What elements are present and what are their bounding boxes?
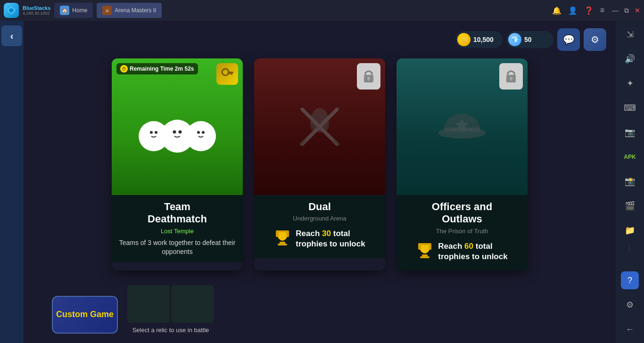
more-dots[interactable]: ··· xyxy=(626,246,634,253)
tab-home[interactable]: 🏠 Home xyxy=(54,3,93,18)
volume-icon[interactable]: 🔊 xyxy=(621,50,639,68)
card-dual[interactable]: Dual Underground Arena xyxy=(254,58,385,270)
back-icon: ‹ xyxy=(10,31,14,41)
svg-point-14 xyxy=(222,69,229,75)
relic-label: Select a relic to use in battle xyxy=(132,327,209,334)
svg-rect-17 xyxy=(229,73,231,74)
hat-icon xyxy=(431,103,493,150)
settings-button[interactable]: ⚙ xyxy=(584,28,606,51)
home-tab-icon: 🏠 xyxy=(60,6,69,15)
card-team-deathmatch-desc: Teams of 3 work together to defeat their… xyxy=(117,238,237,257)
timer-text: Remaining Time 2m 52s xyxy=(130,65,194,72)
screenshot-icon[interactable]: 📸 xyxy=(621,172,639,190)
titlebar: BlueStacks 4.240.30.1002 🏠 Home ⚔ Arena … xyxy=(0,0,644,21)
gem-badge: 💎 50 xyxy=(506,31,553,48)
svg-point-9 xyxy=(179,131,182,134)
card-dual-req-text: Reach 30 totaltrophies to unlock xyxy=(296,229,365,249)
svg-point-13 xyxy=(202,131,205,134)
svg-rect-20 xyxy=(368,78,370,81)
svg-rect-16 xyxy=(231,73,232,75)
key-badge xyxy=(216,63,238,85)
right-sidebar: ⇲ 🔊 ✦ ⌨ 📷 APK 📸 🎬 📁 ··· ? ⚙ ← xyxy=(616,21,644,343)
video-icon[interactable]: 🎬 xyxy=(621,197,639,215)
card-dual-image xyxy=(254,58,385,195)
back-button[interactable]: ‹ xyxy=(1,25,22,46)
card-team-deathmatch-info: TeamDeathmatch Lost Temple Teams of 3 wo… xyxy=(112,195,243,262)
tab-home-label: Home xyxy=(72,7,87,14)
timer-badge: ⏱ Remaining Time 2m 52s xyxy=(116,63,198,74)
coin-icon: 🪙 xyxy=(457,33,471,46)
lock-badge-officers xyxy=(499,63,523,90)
card-dual-subtitle: Underground Arena xyxy=(260,215,380,222)
trophy-icon-officers xyxy=(416,242,433,261)
svg-point-41 xyxy=(469,128,471,131)
bell-icon[interactable]: 🔔 xyxy=(552,6,561,15)
top-bar: 🪙 10,500 💎 50 💬 ⚙ xyxy=(33,28,606,51)
avatar-2 xyxy=(161,120,194,153)
coin-value: 10,500 xyxy=(473,36,494,43)
svg-point-3 xyxy=(147,139,160,147)
svg-point-11 xyxy=(194,139,207,147)
window-controls: — ⧉ ✕ xyxy=(612,7,640,15)
card-team-deathmatch[interactable]: ⏱ Remaining Time 2m 52s xyxy=(112,58,243,270)
help-icon[interactable]: ❓ xyxy=(584,6,594,15)
card-dual-title: Dual xyxy=(260,201,380,213)
titlebar-icons: 🔔 👤 ❓ ≡ xyxy=(552,6,604,15)
card-officers-outlaws-image xyxy=(396,58,528,195)
svg-rect-32 xyxy=(276,230,289,232)
svg-point-8 xyxy=(173,131,176,134)
folder-icon[interactable]: 📁 xyxy=(621,221,639,239)
card-officers-outlaws-subtitle: The Prison of Truth xyxy=(402,228,522,235)
person-icon[interactable]: 👤 xyxy=(568,6,578,15)
app-version: 4.240.30.1002 xyxy=(23,11,50,16)
app-name: BlueStacks xyxy=(23,5,50,11)
req-highlight-30: 30 xyxy=(322,229,331,238)
svg-rect-35 xyxy=(511,78,512,81)
relic-slot-2[interactable] xyxy=(172,285,214,323)
gem-value: 50 xyxy=(524,36,532,43)
svg-point-2 xyxy=(148,127,160,139)
back-sidebar-icon[interactable]: ← xyxy=(621,320,639,338)
bluestacks-info: BlueStacks 4.240.30.1002 xyxy=(23,5,50,16)
svg-point-7 xyxy=(170,139,184,147)
bottom-section: Custom Game Select a relic to use in bat… xyxy=(52,285,616,334)
svg-rect-46 xyxy=(418,243,431,245)
relic-slot-1[interactable] xyxy=(127,285,170,323)
svg-point-12 xyxy=(197,131,200,134)
card-officers-outlaws[interactable]: Officers andOutlaws The Prison of Truth xyxy=(396,58,528,270)
expand-icon[interactable]: ⇲ xyxy=(621,25,639,43)
keyboard-icon[interactable]: ⌨ xyxy=(621,99,639,117)
restore-button[interactable]: ⧉ xyxy=(624,7,629,15)
svg-rect-29 xyxy=(280,242,285,244)
game-tab-icon: ⚔ xyxy=(102,6,112,15)
card-dual-requirement: Reach 30 totaltrophies to unlock xyxy=(260,226,380,252)
coin-badge: 🪙 10,500 xyxy=(455,31,503,48)
minimize-button[interactable]: — xyxy=(612,7,619,15)
chat-button[interactable]: 💬 xyxy=(557,28,580,51)
card-dual-info: Dual Underground Arena xyxy=(254,195,385,258)
bluestacks-logo xyxy=(4,3,19,18)
settings-sidebar-icon[interactable]: ⚙ xyxy=(621,296,639,314)
svg-point-39 xyxy=(453,128,455,131)
trophy-icon-dual xyxy=(274,229,291,248)
tab-game[interactable]: ⚔ Arena Masters II xyxy=(97,3,162,18)
left-sidebar: ‹ xyxy=(0,21,24,343)
req-highlight-60: 60 xyxy=(464,242,473,251)
card-team-deathmatch-image: ⏱ Remaining Time 2m 52s xyxy=(112,58,243,195)
apk-icon[interactable]: APK xyxy=(621,148,639,166)
menu-icon[interactable]: ≡ xyxy=(600,6,604,15)
custom-game-button[interactable]: Custom Game xyxy=(52,296,118,334)
weapons-icon xyxy=(291,98,348,155)
svg-rect-15 xyxy=(228,72,233,73)
custom-game-label: Custom Game xyxy=(56,309,114,320)
svg-point-5 xyxy=(155,131,157,134)
help-sidebar-icon[interactable]: ? xyxy=(621,271,639,289)
close-button[interactable]: ✕ xyxy=(635,7,640,15)
card-officers-req-text: Reach 60 totaltrophies to unlock xyxy=(438,241,507,262)
gem-icon: 💎 xyxy=(508,33,521,46)
game-cards-container: ⏱ Remaining Time 2m 52s xyxy=(33,58,606,270)
camera-icon[interactable]: 📷 xyxy=(621,123,639,141)
card-officers-outlaws-info: Officers andOutlaws The Prison of Truth xyxy=(396,195,528,270)
cursor-icon[interactable]: ✦ xyxy=(621,74,639,92)
tab-game-label: Arena Masters II xyxy=(115,7,156,14)
